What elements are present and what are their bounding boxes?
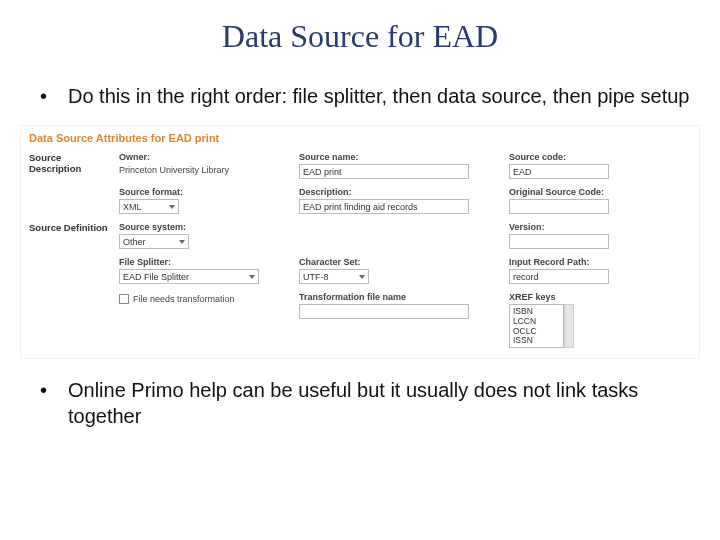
label-source-system: Source system: xyxy=(119,222,289,232)
label-file-splitter: File Splitter: xyxy=(119,257,289,267)
field-source-code: Source code: EAD xyxy=(509,152,691,179)
label-transform-file: Transformation file name xyxy=(299,292,499,302)
label-original-source-code: Original Source Code: xyxy=(509,187,691,197)
label-xref-keys: XREF keys xyxy=(509,292,691,302)
form-screenshot: Data Source Attributes for EAD print Sou… xyxy=(20,125,700,359)
label-source-name: Source name: xyxy=(299,152,499,162)
label-source-code: Source code: xyxy=(509,152,691,162)
listbox-xref-keys[interactable]: ISBN LCCN OCLC ISSN xyxy=(509,304,564,348)
bullet-item: Do this in the right order: file splitte… xyxy=(40,83,692,109)
field-source-system: Source system: Other xyxy=(119,222,289,249)
field-source-name: Source name: EAD print xyxy=(299,152,499,179)
field-version: Version: xyxy=(509,222,691,249)
field-original-source-code: Original Source Code: xyxy=(509,187,691,214)
input-version[interactable] xyxy=(509,234,609,249)
select-source-system[interactable]: Other xyxy=(119,234,189,249)
field-source-format: Source format: XML xyxy=(119,187,289,214)
input-source-code[interactable]: EAD xyxy=(509,164,609,179)
xref-item: ISSN xyxy=(513,336,560,346)
select-source-format[interactable]: XML xyxy=(119,199,179,214)
bullet-item: Online Primo help can be useful but it u… xyxy=(40,377,692,429)
label-owner: Owner: xyxy=(119,152,289,162)
value-owner: Princeton University Library xyxy=(119,164,289,175)
select-file-splitter[interactable]: EAD File Splitter xyxy=(119,269,259,284)
label-version: Version: xyxy=(509,222,691,232)
field-file-splitter: File Splitter: EAD File Splitter xyxy=(119,257,289,284)
label-input-record-path: Input Record Path: xyxy=(509,257,691,267)
label-description: Description: xyxy=(299,187,499,197)
field-transform-file: Transformation file name xyxy=(299,292,499,319)
field-description: Description: EAD print finding aid recor… xyxy=(299,187,499,214)
input-record-path[interactable]: record xyxy=(509,269,609,284)
bullet-list: Do this in the right order: file splitte… xyxy=(0,83,720,109)
select-character-set[interactable]: UTF-8 xyxy=(299,269,369,284)
bullet-list-2: Online Primo help can be useful but it u… xyxy=(0,377,720,429)
input-original-source-code[interactable] xyxy=(509,199,609,214)
input-transform-file[interactable] xyxy=(299,304,469,319)
label-source-format: Source format: xyxy=(119,187,289,197)
slide: Data Source for EAD Do this in the right… xyxy=(0,0,720,540)
section-source-description: Source Description xyxy=(29,152,109,175)
form-grid: Source Description Owner: Princeton Univ… xyxy=(29,152,691,348)
label-file-needs-transform: File needs transformation xyxy=(133,294,235,304)
field-file-needs-transform: File needs transformation xyxy=(119,294,289,304)
field-input-record-path: Input Record Path: record xyxy=(509,257,691,284)
scrollbar-icon[interactable] xyxy=(564,304,574,348)
field-owner: Owner: Princeton University Library xyxy=(119,152,289,175)
form-heading: Data Source Attributes for EAD print xyxy=(29,132,691,144)
checkbox-file-needs-transform[interactable] xyxy=(119,294,129,304)
input-source-name[interactable]: EAD print xyxy=(299,164,469,179)
input-description[interactable]: EAD print finding aid records xyxy=(299,199,469,214)
field-xref-keys: XREF keys ISBN LCCN OCLC ISSN xyxy=(509,292,691,348)
section-source-definition: Source Definition xyxy=(29,222,109,233)
label-character-set: Character Set: xyxy=(299,257,499,267)
field-character-set: Character Set: UTF-8 xyxy=(299,257,499,284)
slide-title: Data Source for EAD xyxy=(0,18,720,55)
